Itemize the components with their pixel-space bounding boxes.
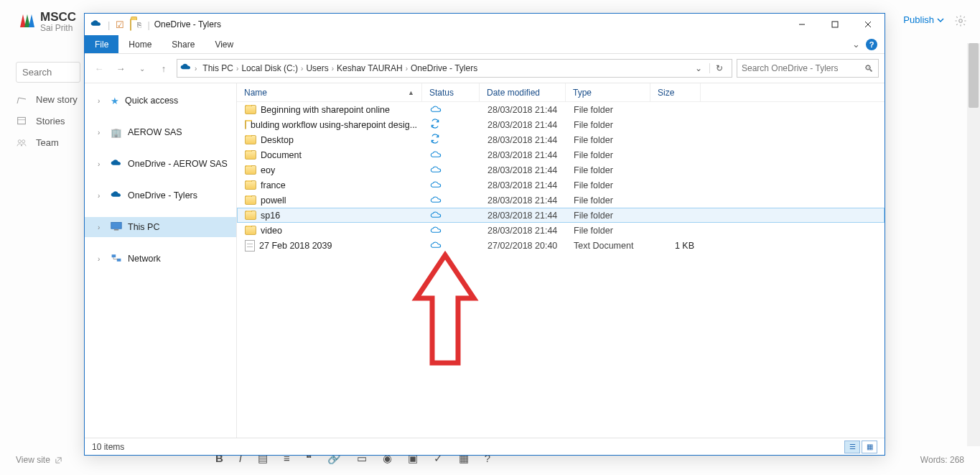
up-button[interactable]: ↑ (155, 60, 172, 77)
scrollbar[interactable] (967, 43, 980, 446)
help-icon[interactable]: ? (866, 39, 877, 50)
breadcrumb-segment[interactable]: Users (303, 63, 331, 73)
file-row[interactable]: video28/03/2018 21:44File folder (237, 223, 885, 238)
word-count: Words: 268 (920, 455, 964, 465)
file-name: eoy (261, 165, 275, 175)
file-row[interactable]: Desktop28/03/2018 21:44File folder (237, 132, 885, 147)
search-icon[interactable]: 🔍︎ (864, 63, 874, 74)
chevron-right-icon[interactable]: › (195, 65, 197, 73)
file-row[interactable]: eoy28/03/2018 21:44File folder (237, 162, 885, 177)
svg-rect-10 (114, 229, 118, 231)
address-bar-row: ← → ⌄ ↑ › This PC›Local Disk (C:)›Users›… (85, 54, 885, 83)
star-icon: ★ (111, 96, 119, 106)
tab-share[interactable]: Share (162, 35, 205, 53)
sync-status-icon (430, 134, 440, 146)
file-date: 28/03/2018 21:44 (480, 211, 566, 221)
column-type[interactable]: Type (566, 83, 650, 101)
folder-icon (245, 211, 256, 220)
nav-item-onedrive-aerow-sas[interactable]: ›OneDrive - AEROW SAS (85, 154, 236, 174)
file-row[interactable]: bulding workflow using-sharepoint desig.… (237, 117, 885, 132)
refresh-button[interactable]: ↻ (709, 63, 729, 73)
breadcrumb-segment[interactable]: Keshav TAURAH (334, 63, 406, 73)
column-headers: Name▲ Status Date modified Type Size (237, 83, 885, 102)
file-type: File folder (566, 226, 651, 236)
column-size[interactable]: Size (650, 83, 701, 101)
nav-item-aerow-sas[interactable]: ›🏢AEROW SAS (85, 122, 236, 142)
breadcrumb-segment[interactable]: Local Disk (C:) (238, 63, 301, 73)
explorer-search-input[interactable] (742, 63, 864, 73)
file-row[interactable]: france28/03/2018 21:44File folder (237, 177, 885, 193)
file-date: 28/03/2018 21:44 (480, 105, 566, 115)
search-input-container (16, 62, 80, 83)
nav-item-label: Network (128, 254, 161, 264)
address-dropdown-icon[interactable]: ⌄ (691, 63, 706, 73)
nav-item-network[interactable]: ›Network (85, 249, 236, 269)
tab-file[interactable]: File (85, 35, 118, 53)
qat-dropdown-icon[interactable]: ⎘ (137, 21, 141, 29)
cloud-icon (111, 159, 122, 170)
cloud-icon (111, 190, 122, 201)
folder-icon (245, 165, 256, 175)
expand-icon[interactable]: › (98, 160, 105, 168)
expand-icon[interactable]: › (98, 223, 105, 231)
cloud-status-icon (430, 239, 442, 252)
minimize-button[interactable] (785, 14, 818, 35)
expand-icon[interactable]: › (98, 192, 105, 200)
expand-icon[interactable]: › (98, 129, 105, 137)
nav-item-quick-access[interactable]: ›★Quick access (85, 91, 236, 111)
file-type: File folder (566, 195, 651, 206)
file-list-pane: Name▲ Status Date modified Type Size Beg… (237, 83, 885, 438)
icons-view-button[interactable]: ▦ (862, 441, 877, 453)
tab-home[interactable]: Home (118, 35, 162, 53)
gear-icon[interactable] (954, 14, 967, 29)
qat-checkbox-icon[interactable]: ☑ (116, 19, 124, 30)
forward-button[interactable]: → (112, 60, 129, 77)
search-box: 🔍︎ (737, 59, 879, 78)
file-row[interactable]: Document28/03/2018 21:44File folder (237, 147, 885, 162)
column-date[interactable]: Date modified (480, 83, 566, 101)
back-button[interactable]: ← (90, 60, 108, 77)
sidebar-item-team[interactable]: Team (16, 137, 78, 148)
pc-icon (111, 221, 122, 234)
file-name: 27 Feb 2018 2039 (259, 241, 332, 251)
cloud-status-icon (430, 179, 442, 191)
cloud-status-icon (430, 164, 442, 176)
search-input[interactable] (16, 62, 80, 83)
app-subtitle: Sai Prith (40, 24, 76, 33)
explorer-window: | ☑ ⎘ | OneDrive - Tylers File Home Shar… (84, 13, 885, 456)
breadcrumb-segment[interactable]: This PC (200, 63, 236, 73)
qat-folder-icon[interactable] (130, 19, 131, 30)
file-row[interactable]: 27 Feb 2018 203927/02/2018 20:40Text Doc… (237, 238, 885, 253)
app-logo: MSCC Sai Prith (16, 10, 76, 33)
file-date: 28/03/2018 21:44 (480, 226, 566, 236)
tab-view[interactable]: View (205, 35, 243, 53)
column-status[interactable]: Status (422, 83, 480, 101)
publish-button[interactable]: Publish (903, 14, 944, 25)
file-size: 1 KB (651, 241, 701, 251)
nav-item-label: This PC (128, 222, 159, 232)
maximize-button[interactable] (818, 14, 851, 35)
network-icon (111, 253, 122, 265)
scrollbar-thumb[interactable] (969, 43, 979, 108)
nav-item-this-pc[interactable]: ›This PC (85, 217, 236, 237)
sidebar-item-new-story[interactable]: New story (16, 93, 78, 105)
file-row[interactable]: Beginning with sharepoint online28/03/20… (237, 102, 885, 117)
details-view-button[interactable]: ☰ (844, 441, 860, 453)
nav-item-onedrive-tylers[interactable]: ›OneDrive - Tylers (85, 185, 236, 206)
breadcrumb[interactable]: › This PC›Local Disk (C:)›Users›Keshav T… (177, 59, 732, 78)
file-row[interactable]: sp1628/03/2018 21:44File folder (237, 208, 885, 223)
onedrive-crumb-icon[interactable] (180, 63, 192, 73)
breadcrumb-segment[interactable]: OneDrive - Tylers (408, 63, 480, 73)
recent-dropdown[interactable]: ⌄ (134, 60, 151, 77)
file-rows: Beginning with sharepoint online28/03/20… (237, 102, 885, 438)
cloud-status-icon (430, 149, 442, 161)
column-name[interactable]: Name▲ (237, 83, 422, 101)
close-button[interactable] (851, 14, 885, 35)
file-row[interactable]: powell28/03/2018 21:44File folder (237, 193, 885, 208)
expand-icon[interactable]: › (98, 255, 105, 263)
sidebar-item-stories[interactable]: Stories (16, 115, 78, 126)
view-site-link[interactable]: View site (16, 455, 62, 465)
svg-rect-1 (18, 117, 26, 124)
expand-icon[interactable]: › (98, 97, 105, 105)
ribbon-expand-icon[interactable]: ⌄ (852, 39, 860, 50)
